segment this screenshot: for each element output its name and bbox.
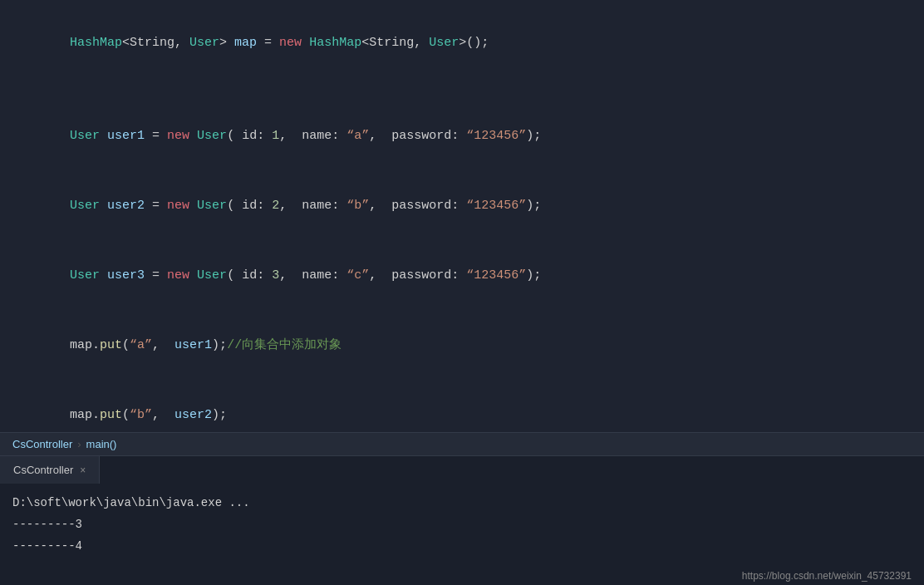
breadcrumb-bar: CsController › main()	[0, 432, 924, 455]
token: “a”	[346, 129, 369, 143]
token: ( id:	[227, 129, 272, 143]
token: user3	[107, 268, 145, 283]
token: ,	[152, 338, 174, 352]
code-content: User user2 = new User( id: 2, name: “b”,…	[0, 171, 924, 241]
token: new	[279, 36, 302, 50]
token: user2	[107, 199, 145, 213]
token: User	[197, 129, 227, 143]
token: , password:	[369, 129, 466, 143]
breadcrumb-separator: ›	[77, 438, 81, 450]
token: “123456”	[466, 268, 526, 283]
token: user1	[107, 129, 145, 143]
tab-close-button[interactable]: ×	[80, 465, 86, 476]
token: , name:	[279, 268, 346, 283]
terminal-line-2: ---------3	[12, 514, 912, 535]
token: 3	[272, 268, 279, 283]
token: user1	[174, 338, 212, 352]
token: HashMap	[309, 36, 361, 50]
code-line: map.put(“b”, user2);	[0, 381, 924, 432]
token: //向集合中添加对象	[227, 338, 342, 352]
token: =	[145, 199, 167, 213]
breadcrumb-method[interactable]: main()	[86, 438, 117, 450]
token: =	[145, 129, 167, 143]
token: put	[100, 338, 122, 352]
terminal-text: ---------4	[12, 539, 82, 553]
code-content: map.put(“b”, user2);	[0, 381, 924, 432]
token: User	[70, 268, 100, 283]
token: 1	[272, 129, 279, 143]
terminal-line-3: ---------4	[12, 535, 912, 557]
token: =	[145, 268, 167, 283]
code-line: HashMap<String, User> map = new HashMap<…	[0, 8, 924, 78]
token: <String,	[122, 36, 189, 50]
token: put	[100, 408, 122, 422]
tab-bar: CsController ×	[0, 455, 924, 484]
token: HashMap	[70, 36, 122, 50]
token: (	[122, 338, 130, 352]
code-line	[0, 78, 924, 101]
token: <String,	[361, 36, 429, 50]
token: new	[167, 129, 189, 143]
token: ,	[152, 408, 174, 422]
terminal-line-1: D:\soft\work\java\bin\java.exe ...	[12, 492, 912, 514]
code-content: map.put(“a”, user1);//向集合中添加对象	[0, 311, 924, 381]
token: );	[212, 338, 227, 352]
token: “123456”	[466, 199, 526, 213]
token	[100, 268, 107, 283]
token: =	[257, 36, 279, 50]
token: map.	[70, 408, 100, 422]
token: User	[70, 199, 100, 213]
token: “c”	[346, 268, 369, 283]
token	[189, 199, 197, 213]
token: User	[189, 36, 219, 50]
token	[100, 199, 107, 213]
token: );	[526, 129, 541, 143]
url-text: https://blog.csdn.net/weixin_45732391	[742, 570, 912, 582]
token: User	[197, 199, 227, 213]
token: , password:	[369, 268, 466, 283]
code-content: User user3 = new User( id: 3, name: “c”,…	[0, 241, 924, 311]
token: 2	[272, 199, 279, 213]
code-line: User user3 = new User( id: 3, name: “c”,…	[0, 241, 924, 311]
token: new	[167, 268, 189, 283]
token: “a”	[130, 338, 152, 352]
token: );	[212, 408, 227, 422]
code-content: HashMap<String, User> map = new HashMap<…	[0, 8, 924, 78]
url-bar: https://blog.csdn.net/weixin_45732391	[742, 567, 912, 585]
terminal-text: D:\soft\work\java\bin\java.exe ...	[12, 496, 250, 509]
token: new	[167, 199, 189, 213]
token: “123456”	[466, 129, 526, 143]
code-line: map.put(“a”, user1);//向集合中添加对象	[0, 311, 924, 381]
token	[100, 129, 107, 143]
code-content	[0, 78, 924, 101]
token: User	[197, 268, 227, 283]
token: map.	[70, 338, 100, 352]
token	[189, 129, 197, 143]
token: ( id:	[227, 199, 272, 213]
token: , name:	[279, 199, 346, 213]
token: User	[429, 36, 459, 50]
token: “b”	[130, 408, 152, 422]
token: >();	[459, 36, 489, 50]
terminal-text: ---------3	[12, 518, 82, 531]
token: , name:	[279, 129, 346, 143]
code-line: User user1 = new User( id: 1, name: “a”,…	[0, 101, 924, 171]
breadcrumb-class[interactable]: CsController	[12, 438, 72, 450]
terminal-panel: D:\soft\work\java\bin\java.exe ... -----…	[0, 484, 924, 585]
token: user2	[174, 408, 212, 422]
token: User	[70, 129, 100, 143]
code-content: User user1 = new User( id: 1, name: “a”,…	[0, 101, 924, 171]
token	[302, 36, 309, 50]
token: “b”	[346, 199, 369, 213]
tab-label: CsController	[13, 464, 73, 476]
token: ( id:	[227, 268, 272, 283]
tab-item-cscontroller[interactable]: CsController ×	[0, 456, 100, 484]
token: );	[526, 199, 541, 213]
terminal-content: D:\soft\work\java\bin\java.exe ... -----…	[0, 484, 924, 565]
code-line: User user2 = new User( id: 2, name: “b”,…	[0, 171, 924, 241]
token: );	[526, 268, 541, 283]
editor-area: HashMap<String, User> map = new HashMap<…	[0, 0, 924, 432]
token: >	[219, 36, 234, 50]
token: (	[122, 408, 130, 422]
token	[189, 268, 197, 283]
